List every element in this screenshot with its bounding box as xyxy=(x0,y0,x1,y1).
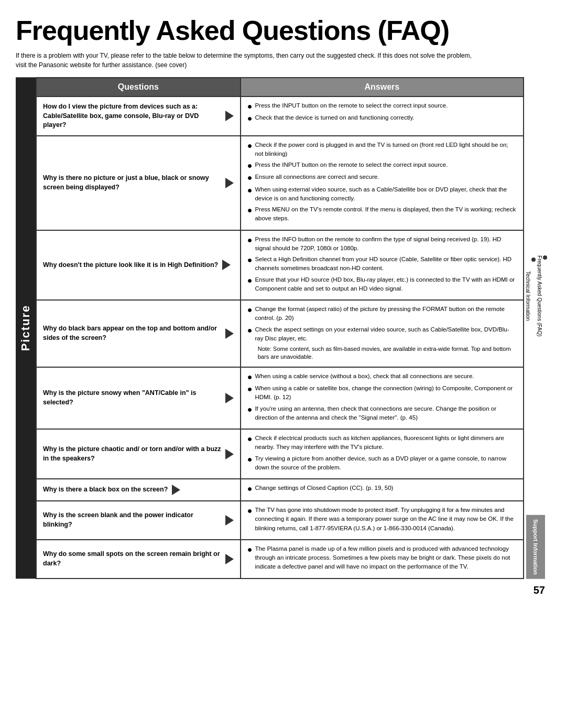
answer-text: Press the INPUT button on the remote to … xyxy=(255,101,517,110)
question-cell: Why is there no picture or just a blue, … xyxy=(37,136,241,230)
table-row: Why is there no picture or just a blue, … xyxy=(37,135,523,230)
answer-item: Check that the device is turned on and f… xyxy=(247,113,517,123)
table-header: Questions Answers xyxy=(37,78,523,96)
answer-cell: When using a cable service (without a bo… xyxy=(241,368,523,429)
bullet-icon xyxy=(247,255,253,265)
question-text: Why do black bars appear on the top and … xyxy=(43,324,221,342)
arrow-icon xyxy=(225,393,234,403)
arrow-icon xyxy=(172,485,180,495)
bullet-icon xyxy=(247,372,253,382)
question-text: Why is the picture snowy when "ANT/Cable… xyxy=(43,389,221,407)
bullet-icon xyxy=(247,275,253,285)
right-label-bottom: Support Information xyxy=(526,515,545,579)
bullet-icon xyxy=(247,544,253,554)
answer-item: Press MENU on the TV's remote control. I… xyxy=(247,205,517,223)
arrow-icon xyxy=(225,328,234,339)
question-cell: Why do some small spots on the screen re… xyxy=(37,540,241,578)
question-text: Why is the screen blank and the power in… xyxy=(43,511,221,529)
answer-item: Ensure that your HD source (HD box, Blu-… xyxy=(247,275,517,294)
questions-header: Questions xyxy=(37,78,241,96)
table-row: Why do black bars appear on the top and … xyxy=(37,299,523,367)
question-cell: Why is the screen blank and the power in… xyxy=(37,501,241,539)
bullet-icon xyxy=(247,160,253,170)
answer-text: When using a cable or satellite box, cha… xyxy=(255,384,517,402)
answer-item: Press the INPUT button on the remote to … xyxy=(247,101,517,111)
answer-item: Press the INPUT button on the remote to … xyxy=(247,160,517,170)
answer-text: Change the format (aspect ratio) of the … xyxy=(255,305,517,323)
answer-text: Press the INPUT button on the remote to … xyxy=(255,160,517,169)
answer-item: Ensure all connections are correct and s… xyxy=(247,173,517,183)
answers-header: Answers xyxy=(241,78,523,96)
bullet-icon xyxy=(247,173,253,183)
answer-item: Check the aspect settings on your extern… xyxy=(247,325,517,344)
answer-item: Change the format (aspect ratio) of the … xyxy=(247,305,517,323)
table-row: How do I view the picture from devices s… xyxy=(37,96,523,135)
question-text: Why is there no picture or just a blue, … xyxy=(43,174,221,192)
answer-text: Try viewing a picture from another devic… xyxy=(255,454,517,473)
arrow-icon xyxy=(225,449,234,459)
question-cell: Why is the picture chaotic and/ or torn … xyxy=(37,430,241,478)
question-cell: Why is there a black box on the screen? xyxy=(37,479,241,500)
table-row: Why doesn't the picture look like it is … xyxy=(37,230,523,300)
answer-item: When using a cable or satellite box, cha… xyxy=(247,384,517,402)
answer-text: When using external video source, such a… xyxy=(255,185,517,204)
answer-note: Note: Some content, such as film-based m… xyxy=(247,345,517,361)
answer-item: Try viewing a picture from another devic… xyxy=(247,454,517,473)
answer-text: Press the INFO button on the remote to c… xyxy=(255,235,517,253)
bullet-icon xyxy=(247,454,253,464)
answer-cell: Press the INPUT button on the remote to … xyxy=(241,97,523,135)
answer-cell: Change settings of Closed Caption (CC). … xyxy=(241,479,523,500)
bullet-icon xyxy=(247,434,253,444)
bullet-icon xyxy=(247,141,253,151)
answer-item: The Plasma panel is made up of a few mil… xyxy=(247,544,517,572)
question-text: Why doesn't the picture look like it is … xyxy=(43,261,218,270)
question-text: How do I view the picture from devices s… xyxy=(43,102,221,130)
answer-text: The Plasma panel is made up of a few mil… xyxy=(255,544,517,572)
answer-text: Change settings of Closed Caption (CC). … xyxy=(255,484,517,493)
bullet-icon xyxy=(247,185,253,195)
answer-item: If you're using an antenna, then check t… xyxy=(247,404,517,423)
bullet-icon xyxy=(247,113,253,123)
right-label-top: Frequently Asked Questions (FAQ) Technic… xyxy=(526,77,545,515)
question-text: Why is the picture chaotic and/ or torn … xyxy=(43,445,221,463)
arrow-icon xyxy=(225,178,234,188)
question-text: Why do some small spots on the screen re… xyxy=(43,550,221,568)
answer-item: Select a High Definition channel from yo… xyxy=(247,255,517,273)
bullet-icon xyxy=(247,484,253,494)
arrow-icon xyxy=(225,111,234,121)
right-sidebar: Frequently Asked Questions (FAQ) Technic… xyxy=(526,77,545,579)
answer-text: Ensure that your HD source (HD box, Blu-… xyxy=(255,275,517,294)
answer-cell: Check if electrical products such as kit… xyxy=(241,430,523,478)
page-number: 57 xyxy=(16,584,545,596)
answer-item: Check if electrical products such as kit… xyxy=(247,434,517,452)
answer-cell: Press the INFO button on the remote to c… xyxy=(241,231,523,300)
bullet-icon xyxy=(247,325,253,335)
answer-text: If you're using an antenna, then check t… xyxy=(255,404,517,423)
answer-cell: Check if the power cord is plugged in an… xyxy=(241,136,523,230)
answer-text: Check if the power cord is plugged in an… xyxy=(255,141,517,159)
arrow-icon xyxy=(225,515,234,526)
answer-text: Ensure all connections are correct and s… xyxy=(255,173,517,181)
answer-item: The TV has gone into shutdown mode to pr… xyxy=(247,506,517,533)
answer-cell: Change the format (aspect ratio) of the … xyxy=(241,301,523,367)
arrow-icon xyxy=(222,260,231,270)
right-dot-1 xyxy=(543,255,547,260)
answer-item: Change settings of Closed Caption (CC). … xyxy=(247,484,517,494)
arrow-icon xyxy=(225,554,234,564)
answer-text: Select a High Definition channel from yo… xyxy=(255,255,517,273)
question-cell: Why is the picture snowy when "ANT/Cable… xyxy=(37,368,241,429)
answer-item: Check if the power cord is plugged in an… xyxy=(247,141,517,159)
table-row: Why is there a black box on the screen?C… xyxy=(37,478,523,500)
question-text: Why is there a black box on the screen? xyxy=(43,485,168,495)
bullet-icon xyxy=(247,384,253,394)
answer-cell: The Plasma panel is made up of a few mil… xyxy=(241,540,523,578)
faq-table: Questions Answers How do I view the pict… xyxy=(36,77,524,579)
question-cell: Why do black bars appear on the top and … xyxy=(37,301,241,367)
answer-text: The TV has gone into shutdown mode to pr… xyxy=(255,506,517,533)
question-cell: Why doesn't the picture look like it is … xyxy=(37,231,241,300)
question-cell: How do I view the picture from devices s… xyxy=(37,97,241,135)
right-dot-2 xyxy=(531,258,536,262)
bullet-icon xyxy=(247,101,253,111)
bullet-icon xyxy=(247,235,253,245)
bullet-icon xyxy=(247,506,253,516)
